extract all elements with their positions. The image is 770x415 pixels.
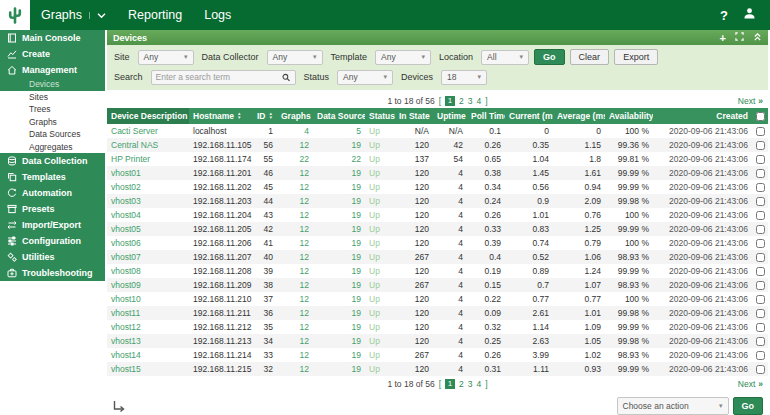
data-sources-count-link[interactable]: 19: [313, 250, 365, 264]
sidebar-item-automation[interactable]: Automation: [0, 185, 105, 201]
table-row[interactable]: vhost07 192.168.11.207 40 12 19 Up 267 4…: [107, 250, 768, 264]
column-header-device-description[interactable]: Device Description▲: [107, 108, 189, 124]
sidebar-item-devices[interactable]: Devices: [0, 78, 105, 91]
tab-logs[interactable]: Logs: [193, 0, 242, 30]
table-row[interactable]: vhost12 192.168.11.212 35 12 19 Up 120 4…: [107, 320, 768, 334]
status-select[interactable]: Any▾: [337, 70, 393, 85]
device-description-link[interactable]: vhost14: [107, 348, 189, 362]
graphs-count-link[interactable]: 12: [277, 180, 313, 194]
action-select[interactable]: Choose an action▾: [617, 397, 729, 415]
table-row[interactable]: vhost10 192.168.11.210 37 12 19 Up 120 4…: [107, 292, 768, 306]
device-description-link[interactable]: vhost02: [107, 180, 189, 194]
row-checkbox[interactable]: [756, 323, 765, 332]
site-select[interactable]: Any▾: [138, 50, 194, 65]
table-row[interactable]: Central NAS 192.168.11.105 56 12 19 Up 1…: [107, 138, 768, 152]
graphs-count-link[interactable]: 12: [277, 320, 313, 334]
table-row[interactable]: vhost05 192.168.11.205 42 12 19 Up 120 4…: [107, 222, 768, 236]
page-4-button[interactable]: 4: [477, 379, 482, 389]
device-description-link[interactable]: vhost11: [107, 306, 189, 320]
sidebar-item-aggregates[interactable]: Aggregates: [0, 141, 105, 154]
table-row[interactable]: vhost11 192.168.11.211 36 12 19 Up 120 4…: [107, 306, 768, 320]
device-description-link[interactable]: vhost06: [107, 236, 189, 250]
fullscreen-icon[interactable]: [735, 32, 744, 43]
data-sources-count-link[interactable]: 19: [313, 292, 365, 306]
graphs-count-link[interactable]: 12: [277, 236, 313, 250]
template-select[interactable]: Any▾: [375, 50, 431, 65]
column-header-status[interactable]: Status▲▼: [365, 108, 395, 124]
data-sources-count-link[interactable]: 19: [313, 222, 365, 236]
collapse-panel-icon[interactable]: [753, 32, 762, 43]
page-1-button[interactable]: 1: [445, 379, 455, 389]
row-checkbox[interactable]: [756, 295, 765, 304]
data-sources-count-link[interactable]: 19: [313, 362, 365, 376]
data-sources-count-link[interactable]: 5: [313, 124, 365, 138]
row-checkbox[interactable]: [756, 141, 765, 150]
row-checkbox[interactable]: [756, 211, 765, 220]
row-checkbox[interactable]: [756, 169, 765, 178]
graphs-count-link[interactable]: 4: [277, 124, 313, 138]
data-sources-count-link[interactable]: 19: [313, 348, 365, 362]
search-icon[interactable]: [282, 73, 290, 82]
row-checkbox[interactable]: [756, 309, 765, 318]
sidebar-item-presets[interactable]: Presets: [0, 201, 105, 217]
sidebar-item-sites[interactable]: Sites: [0, 91, 105, 104]
sidebar-item-data-collection[interactable]: Data Collection: [0, 153, 105, 169]
next-page-link[interactable]: Next »: [738, 376, 763, 391]
location-select[interactable]: All▾: [481, 50, 529, 65]
data-sources-count-link[interactable]: 19: [313, 194, 365, 208]
column-header-availability[interactable]: Availability▲▼: [605, 108, 653, 124]
device-description-link[interactable]: vhost01: [107, 166, 189, 180]
device-description-link[interactable]: vhost09: [107, 278, 189, 292]
select-all-checkbox[interactable]: [756, 112, 765, 121]
row-checkbox[interactable]: [756, 197, 765, 206]
table-row[interactable]: vhost02 192.168.11.202 45 12 19 Up 120 4…: [107, 180, 768, 194]
next-page-link[interactable]: Next »: [738, 93, 763, 108]
device-description-link[interactable]: vhost03: [107, 194, 189, 208]
sidebar-item-troubleshooting[interactable]: Troubleshooting: [0, 265, 105, 281]
device-description-link[interactable]: HP Printer: [107, 152, 189, 166]
column-header-uptime[interactable]: Uptime▲▼: [433, 108, 467, 124]
data-sources-count-link[interactable]: 19: [313, 166, 365, 180]
sidebar-item-import-export[interactable]: Import/Export: [0, 217, 105, 233]
sidebar-item-main-console[interactable]: Main Console: [0, 30, 105, 46]
go-button[interactable]: Go: [534, 49, 565, 65]
data-sources-count-link[interactable]: 19: [313, 180, 365, 194]
device-description-link[interactable]: Central NAS: [107, 138, 189, 152]
graphs-count-link[interactable]: 12: [277, 362, 313, 376]
device-description-link[interactable]: Cacti Server: [107, 124, 189, 138]
export-button[interactable]: Export: [614, 49, 658, 65]
device-description-link[interactable]: vhost05: [107, 222, 189, 236]
page-3-button[interactable]: 3: [468, 379, 473, 389]
row-checkbox[interactable]: [756, 337, 765, 346]
row-checkbox[interactable]: [756, 155, 765, 164]
graphs-count-link[interactable]: 12: [277, 222, 313, 236]
column-header-average-ms[interactable]: Average (ms)▲▼: [553, 108, 605, 124]
row-checkbox[interactable]: [756, 239, 765, 248]
devices-count-select[interactable]: 18▾: [441, 70, 487, 85]
graphs-count-link[interactable]: 12: [277, 194, 313, 208]
column-header-graphs[interactable]: Graphs▲▼: [277, 108, 313, 124]
page-2-button[interactable]: 2: [459, 379, 464, 389]
page-4-button[interactable]: 4: [477, 96, 482, 106]
data-sources-count-link[interactable]: 19: [313, 208, 365, 222]
table-row[interactable]: vhost06 192.168.11.206 41 12 19 Up 120 4…: [107, 236, 768, 250]
chevron-down-icon[interactable]: [89, 12, 106, 19]
data-sources-count-link[interactable]: 19: [313, 138, 365, 152]
device-description-link[interactable]: vhost15: [107, 362, 189, 376]
sidebar-item-graphs[interactable]: Graphs: [0, 116, 105, 129]
row-checkbox[interactable]: [756, 225, 765, 234]
graphs-count-link[interactable]: 12: [277, 292, 313, 306]
graphs-count-link[interactable]: 22: [277, 152, 313, 166]
graphs-count-link[interactable]: 12: [277, 334, 313, 348]
data-sources-count-link[interactable]: 22: [313, 152, 365, 166]
data-sources-count-link[interactable]: 19: [313, 236, 365, 250]
table-row[interactable]: vhost03 192.168.11.203 44 12 19 Up 120 4…: [107, 194, 768, 208]
user-icon[interactable]: [743, 6, 756, 24]
data-sources-count-link[interactable]: 19: [313, 278, 365, 292]
graphs-count-link[interactable]: 12: [277, 250, 313, 264]
device-description-link[interactable]: vhost07: [107, 250, 189, 264]
tab-graphs[interactable]: Graphs: [30, 0, 117, 30]
cacti-logo[interactable]: [0, 0, 30, 30]
sidebar-item-data-sources[interactable]: Data Sources: [0, 128, 105, 141]
column-header-data-sources[interactable]: Data Sources▲▼: [313, 108, 365, 124]
